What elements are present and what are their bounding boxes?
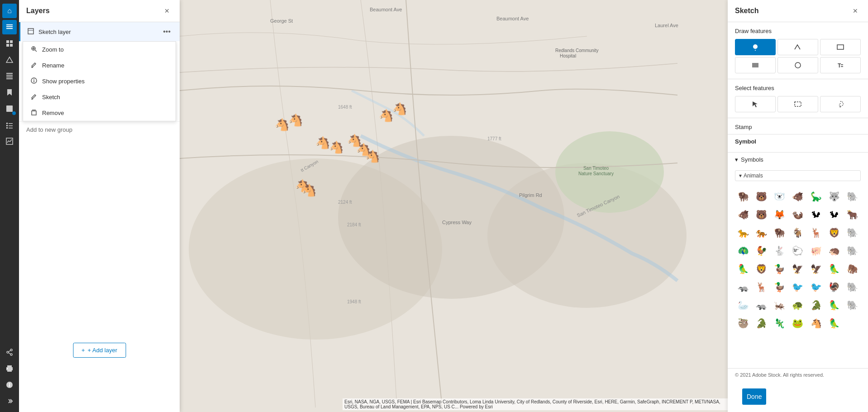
symbol-item[interactable]: 🐸 <box>790 315 806 331</box>
symbol-item[interactable]: 🦦 <box>790 206 806 223</box>
symbol-item[interactable]: 🦜 <box>735 261 751 277</box>
symbol-item[interactable]: 🦣 <box>844 261 861 277</box>
sidebar-icon-data[interactable] <box>2 101 17 116</box>
symbol-item[interactable]: 🐂 <box>844 206 861 223</box>
symbol-item[interactable]: 🐘 <box>844 225 861 241</box>
done-button[interactable]: Done <box>742 388 766 405</box>
context-menu-sketch[interactable]: Sketch <box>23 89 176 105</box>
sidebar-icon-print[interactable] <box>2 361 17 376</box>
symbol-item[interactable]: 🐢 <box>790 297 806 313</box>
add-to-group[interactable]: Add to new group <box>19 121 180 138</box>
symbol-item[interactable]: 🐻‍❄️ <box>772 188 788 205</box>
draw-tool-rect-outline[interactable] <box>820 39 861 55</box>
symbol-item[interactable]: 🐦 <box>790 279 806 295</box>
select-tool-rect[interactable] <box>777 96 818 112</box>
sidebar-icon-info[interactable] <box>2 378 17 392</box>
symbol-item[interactable]: 🐊 <box>753 315 769 331</box>
symbol-item[interactable]: 🐿 <box>808 206 824 223</box>
symbol-item[interactable]: 🐻 <box>753 206 769 223</box>
sketch-copyright: © 2021 Adobe Stock. All rights reserved. <box>728 368 868 381</box>
sidebar-icon-analysis[interactable] <box>2 53 17 67</box>
symbol-item[interactable]: 🐿 <box>826 206 842 223</box>
symbol-item[interactable]: 🦡 <box>753 297 769 313</box>
sketch-close-button[interactable]: ✕ <box>850 6 861 15</box>
sidebar-icon-home[interactable]: ⌂ <box>2 4 17 18</box>
symbol-item[interactable]: 🦁 <box>753 261 769 277</box>
symbol-item[interactable]: 🐖 <box>808 243 824 259</box>
symbol-item[interactable]: 🐗 <box>790 188 806 205</box>
sidebar-icon-expand[interactable] <box>2 394 17 408</box>
symbol-item[interactable]: 🐊 <box>808 297 824 313</box>
sidebar-icon-basemap[interactable] <box>2 36 17 51</box>
sidebar-icon-legend[interactable] <box>2 118 17 132</box>
symbol-item[interactable]: 🐆 <box>735 225 751 241</box>
sidebar-icon-table[interactable] <box>2 69 17 83</box>
draw-tool-point[interactable] <box>735 39 776 55</box>
symbol-scroll-area[interactable]: 🦬 🐻 🐻‍❄️ 🐗 🦕 🐺 🐘 🐗 🐻 🦊 🦦 🐿 🐿 🐂 🐆 🐅 🦬 <box>728 188 868 368</box>
symbol-item[interactable]: 🦌 <box>808 225 824 241</box>
symbol-item[interactable]: 🦜 <box>826 261 842 277</box>
symbol-item[interactable]: 🦜 <box>826 315 842 331</box>
sketch-layer-menu-button[interactable]: ••• <box>161 27 172 37</box>
symbol-item[interactable]: 🦔 <box>826 243 842 259</box>
symbols-header[interactable]: ▾ Symbols <box>735 156 861 163</box>
symbol-item[interactable]: 🦬 <box>735 188 751 205</box>
symbol-item[interactable]: 🦆 <box>772 261 788 277</box>
symbol-item[interactable]: 🦁 <box>826 225 842 241</box>
symbol-item[interactable]: 🐺 <box>826 188 842 205</box>
symbol-item[interactable]: 🦬 <box>772 225 788 241</box>
draw-tool-text[interactable]: T <box>820 57 861 73</box>
symbol-item[interactable]: 🐘 <box>844 243 861 259</box>
layers-close-button[interactable]: ✕ <box>162 6 172 15</box>
svg-point-22 <box>7 351 9 353</box>
map-canvas[interactable]: 1648 ft 1777 ft 2124 ft 2184 ft 1948 ft … <box>180 0 728 412</box>
sidebar-icon-bookmark[interactable] <box>2 85 17 100</box>
symbol-item[interactable]: 🐅 <box>753 225 769 241</box>
symbol-item[interactable]: 🦗 <box>772 297 788 313</box>
symbol-item[interactable]: 🦊 <box>772 206 788 223</box>
symbol-item[interactable]: 🐘 <box>844 188 861 205</box>
sidebar-icon-layers[interactable] <box>2 20 17 34</box>
symbol-item[interactable]: 🦌 <box>753 279 769 295</box>
symbol-item[interactable]: 🐘 <box>844 297 861 313</box>
select-tool-lasso[interactable] <box>820 96 861 112</box>
symbol-item[interactable]: 🐦 <box>808 279 824 295</box>
symbol-item[interactable]: 🐴 <box>808 315 824 331</box>
symbol-item[interactable]: 🦆 <box>772 279 788 295</box>
symbol-item[interactable]: 🦜 <box>826 297 842 313</box>
symbol-item[interactable]: 🐐 <box>790 225 806 241</box>
symbol-item[interactable]: 🦚 <box>735 243 751 259</box>
symbol-item[interactable]: 🦢 <box>735 297 751 313</box>
symbol-item[interactable]: 🐓 <box>753 243 769 259</box>
svg-rect-4 <box>10 40 13 43</box>
layers-header: Layers ✕ <box>19 0 180 22</box>
context-menu-zoom-to[interactable]: Zoom to <box>23 42 176 57</box>
draw-tool-circle[interactable] <box>777 57 818 73</box>
context-menu-remove[interactable]: Remove <box>23 105 176 121</box>
animals-dropdown[interactable]: ▾ Animals <box>735 170 861 181</box>
symbol-item[interactable]: 🦥 <box>735 315 751 331</box>
draw-tool-polyline[interactable] <box>777 39 818 55</box>
symbol-item[interactable]: 🦎 <box>772 315 788 331</box>
symbol-item[interactable]: 🐑 <box>790 243 806 259</box>
svg-text:Pilgrim Rd: Pilgrim Rd <box>519 192 542 198</box>
symbol-item[interactable]: 🦕 <box>808 188 824 205</box>
sidebar-icon-share[interactable] <box>2 345 17 359</box>
stamp-header: Stamp <box>728 118 868 134</box>
symbol-item[interactable]: 🦅 <box>808 261 824 277</box>
context-menu-rename[interactable]: Rename <box>23 57 176 73</box>
symbol-item[interactable]: 🐗 <box>735 206 751 223</box>
symbol-item[interactable]: 🐇 <box>772 243 788 259</box>
add-layer-btn[interactable]: + + Add layer <box>73 343 126 358</box>
symbol-item[interactable]: 🦃 <box>826 279 842 295</box>
symbol-item[interactable]: 🦡 <box>735 279 751 295</box>
sketch-layer-item[interactable]: Sketch layer ••• <box>19 22 180 41</box>
symbol-item[interactable]: 🐻 <box>753 188 769 205</box>
draw-tool-rect[interactable] <box>735 57 776 73</box>
select-tool-arrow[interactable] <box>735 96 776 112</box>
show-properties-icon <box>30 77 38 85</box>
symbol-item[interactable]: 🐘 <box>844 279 861 295</box>
sidebar-icon-chart[interactable] <box>2 134 17 149</box>
symbol-item[interactable]: 🦅 <box>790 261 806 277</box>
context-menu-show-properties[interactable]: Show properties <box>23 73 176 89</box>
